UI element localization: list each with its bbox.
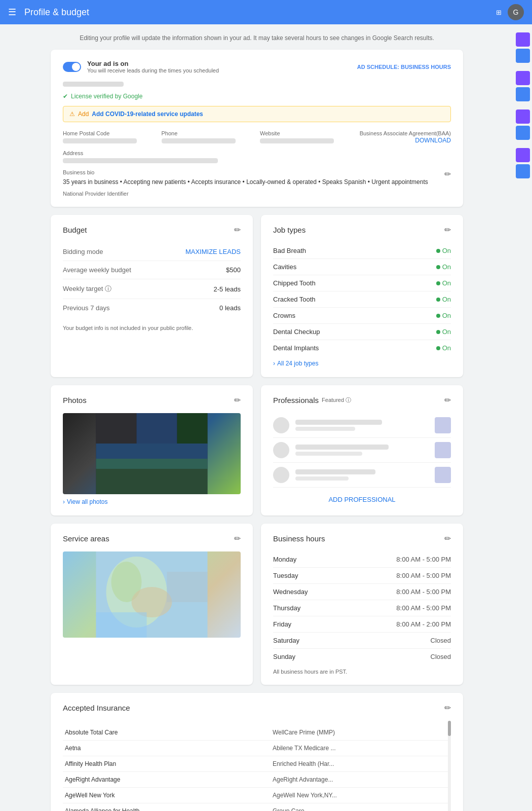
sidebar-dot-1[interactable] (516, 32, 530, 47)
bio-edit-icon[interactable]: ✏ (444, 169, 451, 179)
budget-row: Weekly target ⓘ2-5 leads (63, 279, 241, 299)
prof-avatar (273, 442, 289, 458)
ad-toggle[interactable] (63, 62, 81, 72)
insurance-plan: Enriched Health (Har... (271, 756, 451, 772)
professional-item (273, 413, 451, 438)
business-hours-header: Business hours ✏ (273, 534, 451, 543)
job-item-status[interactable]: On (436, 312, 451, 319)
scrollbar-thumb[interactable] (448, 721, 451, 736)
job-types-edit-icon[interactable]: ✏ (444, 225, 451, 235)
prof-avatar (273, 417, 289, 433)
svg-rect-10 (96, 612, 147, 638)
covid-row: ⚠ Add Add COVID-19-related service updat… (63, 106, 451, 122)
prof-sub-bar (295, 476, 349, 481)
sidebar-dot-5[interactable] (516, 109, 530, 124)
job-item: Bad Breath On (273, 243, 451, 259)
sidebar-dot-4[interactable] (516, 87, 530, 101)
add-professional-button[interactable]: ADD PROFESSIONAL (273, 496, 451, 503)
insurance-edit-icon[interactable]: ✏ (444, 703, 451, 713)
job-item-name: Cavities (273, 263, 296, 271)
budget-row-value[interactable]: MAXIMIZE LEADS (185, 248, 241, 255)
professionals-list (273, 413, 451, 488)
svg-rect-5 (177, 413, 208, 444)
avatar[interactable]: G (508, 4, 524, 20)
address-label: Address (63, 150, 451, 156)
prof-name-bar (295, 445, 389, 450)
hours-row: Tuesday8:00 AM - 5:00 PM (273, 568, 451, 584)
covid-link[interactable]: Add COVID-19-related service updates (92, 110, 203, 118)
prof-info (295, 445, 429, 456)
covid-prefix: Add (78, 110, 89, 118)
hours-row: Thursday8:00 AM - 5:00 PM (273, 600, 451, 616)
download-link[interactable]: DOWNLOAD (415, 137, 451, 144)
budget-row-label: Bidding mode (63, 248, 103, 255)
featured-badge: Featured ⓘ (322, 396, 351, 404)
professionals-header: Professionals Featured ⓘ ✏ (273, 395, 451, 405)
budget-row-value: 2-5 leads (214, 285, 241, 293)
business-hours-title: Business hours (273, 534, 325, 543)
status-dot (436, 281, 440, 285)
view-all-photos[interactable]: › View all photos (63, 498, 241, 505)
svg-rect-4 (137, 413, 177, 444)
sidebar-dot-2[interactable] (516, 49, 530, 63)
job-item-name: Dental Checkup (273, 328, 320, 336)
hours-time: 8:00 AM - 2:00 PM (396, 620, 451, 628)
job-item: Cracked Tooth On (273, 291, 451, 308)
job-item-status[interactable]: On (436, 279, 451, 287)
ad-schedule-value[interactable]: BUSINESS HOURS (401, 64, 451, 70)
service-hours-grid: Service areas ✏ Business hours ✏ Monday8 (51, 524, 463, 685)
insurance-scroll[interactable]: Absolute Total CareWellCare Prime (MMP)A… (63, 721, 451, 811)
postal-code-value (63, 138, 137, 143)
insurance-provider: Aetna (63, 741, 271, 756)
prof-sub-bar (295, 427, 355, 431)
hours-time: Closed (431, 653, 451, 660)
job-item-status[interactable]: On (436, 296, 451, 303)
prof-sub-bar (295, 452, 362, 456)
app-header: ☰ Profile & budget ⊞ G (0, 0, 532, 24)
view-photos-label: View all photos (67, 498, 108, 505)
sidebar-dot-7[interactable] (516, 148, 530, 162)
budget-edit-icon[interactable]: ✏ (234, 225, 241, 235)
job-item-status[interactable]: On (436, 247, 451, 254)
sidebar-dot-6[interactable] (516, 126, 530, 140)
menu-icon[interactable]: ☰ (8, 7, 16, 18)
warning-icon: ⚠ (69, 110, 75, 118)
prof-photo (435, 417, 451, 433)
hours-time: 8:00 AM - 5:00 PM (396, 556, 451, 563)
job-item-status[interactable]: On (436, 263, 451, 271)
status-dot (436, 265, 440, 269)
hours-time: 8:00 AM - 5:00 PM (396, 604, 451, 612)
check-icon: ✔ (63, 93, 68, 100)
postal-code-field: Home Postal Code (63, 130, 156, 144)
hours-day: Saturday (273, 637, 299, 644)
professionals-edit-icon[interactable]: ✏ (444, 395, 451, 405)
photos-edit-icon[interactable]: ✏ (234, 395, 241, 405)
hours-row: SaturdayClosed (273, 633, 451, 649)
address-field: Address (63, 150, 451, 163)
job-item: Crowns On (273, 308, 451, 324)
job-item-status[interactable]: On (436, 344, 451, 352)
insurance-row: Affinity Health PlanEnriched Health (Har… (63, 756, 451, 772)
insurance-plan: Abilene TX Medicare ... (271, 741, 451, 756)
budget-row-value: $500 (226, 266, 241, 274)
job-item: Dental Implants On (273, 340, 451, 356)
budget-card: Budget ✏ Bidding modeMAXIMIZE LEADSAvera… (51, 215, 253, 377)
view-all-jobs[interactable]: › All 24 job types (273, 360, 451, 367)
professionals-title-area: Professionals Featured ⓘ (273, 396, 351, 404)
insurance-row: Absolute Total CareWellCare Prime (MMP) (63, 725, 451, 741)
grid-icon[interactable]: ⊞ (496, 9, 502, 16)
header-right: ⊞ G (496, 4, 524, 20)
verified-row: ✔ License verified by Google (63, 93, 451, 100)
svg-rect-2 (96, 459, 208, 494)
sidebar-dot-3[interactable] (516, 71, 530, 85)
hours-day: Wednesday (273, 588, 308, 596)
ad-status-title: Your ad is on (87, 60, 128, 67)
job-item-status[interactable]: On (436, 328, 451, 336)
business-hours-edit-icon[interactable]: ✏ (444, 534, 451, 543)
main-content: Editing your profile will update the inf… (0, 24, 514, 811)
job-item: Cavities On (273, 259, 451, 275)
sidebar-dot-8[interactable] (516, 164, 530, 178)
professionals-card: Professionals Featured ⓘ ✏ ADD PROFESSIO… (261, 385, 463, 515)
website-label: Website (260, 130, 353, 136)
service-areas-edit-icon[interactable]: ✏ (234, 534, 241, 543)
